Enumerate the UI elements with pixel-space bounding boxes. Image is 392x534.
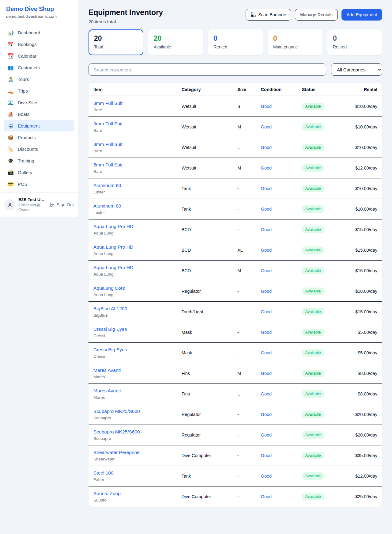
stat-value: 20: [154, 34, 198, 43]
condition-link[interactable]: Good: [261, 186, 272, 191]
sidebar-item[interactable]: 🚤 Trips: [4, 85, 74, 97]
item-name-link[interactable]: 3mm Full Suit: [93, 121, 172, 127]
trips-boat-icon: 🚤: [7, 89, 14, 93]
condition-link[interactable]: Good: [261, 453, 272, 458]
item-category: Dive Computer: [177, 486, 232, 507]
item-category: Tank: [177, 466, 232, 486]
condition-link[interactable]: Good: [261, 248, 272, 253]
scan-barcode-button[interactable]: Scan Barcode: [246, 9, 291, 21]
sidebar-item[interactable]: 🏷️ Discounts: [4, 143, 74, 155]
condition-link[interactable]: Good: [261, 166, 272, 170]
manage-rentals-button[interactable]: Manage Rentals: [295, 9, 338, 21]
sign-out-button[interactable]: Sign Out: [50, 202, 74, 207]
item-name-link[interactable]: Aqua Lung Pro HD: [93, 265, 172, 270]
item-name-link[interactable]: Cressi Big Eyes: [93, 347, 172, 353]
item-name-link[interactable]: Cressi Big Eyes: [93, 326, 172, 332]
tours-island-icon: 🏝️: [7, 77, 14, 82]
stat-card[interactable]: 0 Maintenance: [268, 29, 322, 55]
category-select[interactable]: All Categories: [331, 63, 382, 76]
sidebar-item[interactable]: 📅 Bookings: [4, 39, 74, 50]
app-window: Demo Dive Shop demo.test.divestreams.com…: [0, 0, 392, 534]
condition-link[interactable]: Good: [261, 330, 272, 335]
item-category: BCD: [177, 240, 232, 261]
sidebar-item[interactable]: ⛵ Boats: [4, 109, 74, 120]
condition-link[interactable]: Good: [261, 391, 272, 396]
gallery-camera-icon: 📸: [7, 170, 14, 175]
table-row: Steel 100 Faber Tank - Good Available: [89, 466, 382, 486]
table-row: Aqualung Core Aqua Lung Regulator - Good…: [89, 281, 382, 302]
table-row: Scubapro MK25/S600 Scubapro Regulator - …: [89, 404, 382, 425]
item-category: Mask: [177, 343, 232, 363]
sidebar-item[interactable]: 🏝️ Tours: [4, 74, 74, 85]
main-content: Equipment Inventory 20 items total: [78, 0, 392, 507]
sidebar-item-label: Trips: [18, 88, 28, 93]
sidebar-item[interactable]: 👥 Customers: [4, 62, 74, 73]
rental-price: $15.00/day: [355, 227, 377, 232]
item-name-link[interactable]: Steel 100: [93, 470, 172, 476]
condition-link[interactable]: Good: [261, 474, 272, 479]
stat-card[interactable]: 20 Total: [89, 29, 143, 55]
condition-link[interactable]: Good: [261, 268, 272, 273]
item-name-link[interactable]: Aqualung Core: [93, 285, 172, 291]
table-row: Shearwater Peregrine Shearwater Dive Com…: [89, 445, 382, 466]
condition-link[interactable]: Good: [261, 104, 272, 109]
condition-link[interactable]: Good: [261, 494, 272, 499]
sidebar-item-label: Products: [18, 135, 36, 140]
item-name-link[interactable]: BigBlue AL1200: [93, 306, 172, 311]
item-name-link[interactable]: Scubapro MK25/S600: [93, 429, 172, 435]
sidebar-item-label: Training: [18, 158, 34, 163]
sidebar-item-label: Gallery: [18, 170, 32, 175]
item-name-link[interactable]: Shearwater Peregrine: [93, 450, 172, 455]
condition-link[interactable]: Good: [261, 350, 272, 355]
status-badge: Available: [302, 370, 324, 377]
rental-price: $35.00/day: [355, 453, 377, 458]
item-brand: Mares: [93, 395, 172, 400]
column-header: Status: [297, 83, 341, 96]
item-name-link[interactable]: Suunto Zoop: [93, 491, 172, 496]
sidebar-item[interactable]: 📊 Dashboard: [4, 27, 74, 38]
condition-link[interactable]: Good: [261, 371, 272, 376]
item-name-link[interactable]: Mares Avanti: [93, 368, 172, 373]
search-input[interactable]: [89, 63, 326, 76]
sidebar-item[interactable]: 🤿 Equipment: [4, 120, 74, 132]
item-category: Mask: [177, 322, 232, 343]
condition-link[interactable]: Good: [261, 309, 272, 314]
condition-link[interactable]: Good: [261, 433, 272, 437]
sidebar-item[interactable]: 📆 Calendar: [4, 50, 74, 62]
item-name-link[interactable]: Aluminum 80: [93, 203, 172, 209]
condition-link[interactable]: Good: [261, 124, 272, 129]
sidebar-item[interactable]: 🎓 Training: [4, 155, 74, 166]
item-name-link[interactable]: 3mm Full Suit: [93, 142, 172, 147]
condition-link[interactable]: Good: [261, 227, 272, 232]
item-name-link[interactable]: Aqua Lung Pro HD: [93, 244, 172, 250]
item-name-link[interactable]: 5mm Full Suit: [93, 162, 172, 168]
rental-price: $10.00/day: [355, 207, 377, 212]
item-name-link[interactable]: Aluminum 80: [93, 183, 172, 188]
item-name-link[interactable]: Aqua Lung Pro HD: [93, 224, 172, 229]
sidebar-item[interactable]: 💳 POS: [4, 178, 74, 190]
item-name-link[interactable]: 3mm Full Suit: [93, 101, 172, 106]
status-badge: Available: [302, 185, 324, 192]
item-name-link[interactable]: Scubapro MK25/S600: [93, 409, 172, 414]
table-row: 3mm Full Suit Bare Wetsuit M Good Availa…: [89, 117, 382, 137]
condition-link[interactable]: Good: [261, 145, 272, 150]
sidebar-item[interactable]: 🌊 Dive Sites: [4, 97, 74, 108]
item-name-link[interactable]: Mares Avanti: [93, 388, 172, 394]
item-category: Tank: [177, 178, 232, 199]
sidebar-item[interactable]: 📦 Products: [4, 132, 74, 143]
item-brand: Bare: [93, 149, 172, 153]
stat-card[interactable]: 0 Rented: [208, 29, 263, 55]
rental-price: $10.00/day: [355, 104, 377, 109]
status-badge: Available: [302, 103, 324, 110]
condition-link[interactable]: Good: [261, 412, 272, 417]
condition-link[interactable]: Good: [261, 289, 272, 294]
stat-card[interactable]: 0 Retired: [327, 29, 382, 55]
user-panel: E2E Test U... e2e-tester@... Owner Sign …: [0, 193, 78, 217]
sidebar-item[interactable]: 📸 Gallery: [4, 167, 74, 178]
rental-price: $12.00/day: [355, 474, 377, 479]
add-equipment-button[interactable]: Add Equipment: [341, 9, 382, 21]
stat-card[interactable]: 20 Available: [148, 29, 203, 55]
item-brand: Faber: [93, 477, 172, 482]
condition-link[interactable]: Good: [261, 207, 272, 212]
sidebar-item-label: POS: [18, 181, 28, 187]
